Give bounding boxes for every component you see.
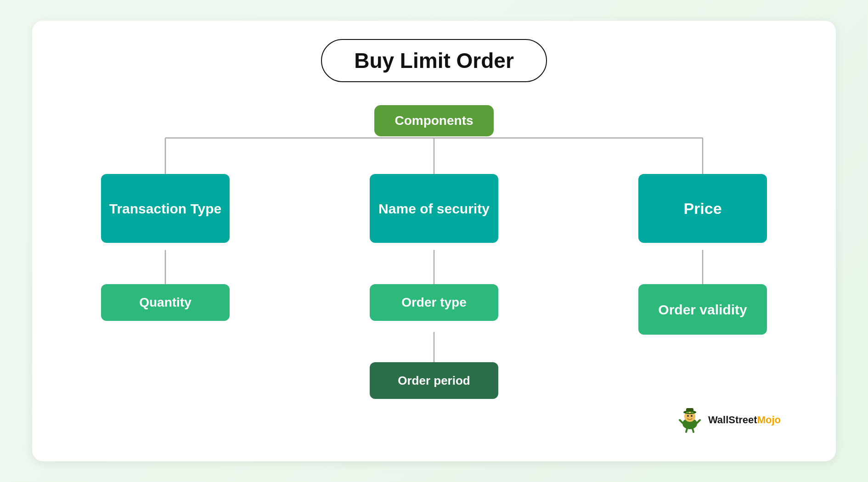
quantity-node: Quantity	[101, 284, 230, 321]
transaction-type-node: Transaction Type	[101, 174, 230, 243]
name-of-security-node: Name of security	[370, 174, 498, 243]
svg-point-23	[691, 415, 693, 417]
title-box: Buy Limit Order	[321, 39, 547, 82]
components-node: Components	[374, 105, 494, 136]
price-node: Price	[638, 174, 767, 243]
svg-line-26	[686, 429, 687, 432]
logo-icon	[676, 406, 704, 434]
logo-area: WallStreetMojo	[676, 406, 781, 434]
svg-line-27	[693, 429, 693, 432]
page-title: Buy Limit Order	[354, 49, 514, 73]
svg-point-22	[687, 415, 689, 417]
logo-text: WallStreetMojo	[708, 414, 781, 426]
svg-line-24	[680, 420, 682, 423]
svg-rect-21	[689, 412, 691, 413]
order-type-node: Order type	[370, 284, 498, 321]
svg-line-25	[697, 420, 700, 423]
order-period-node: Order period	[370, 362, 498, 399]
main-card: Buy Limit Order	[32, 21, 836, 461]
diagram-area: Components Transaction Type Quantity Nam…	[60, 105, 808, 443]
order-validity-node: Order validity	[638, 284, 767, 335]
